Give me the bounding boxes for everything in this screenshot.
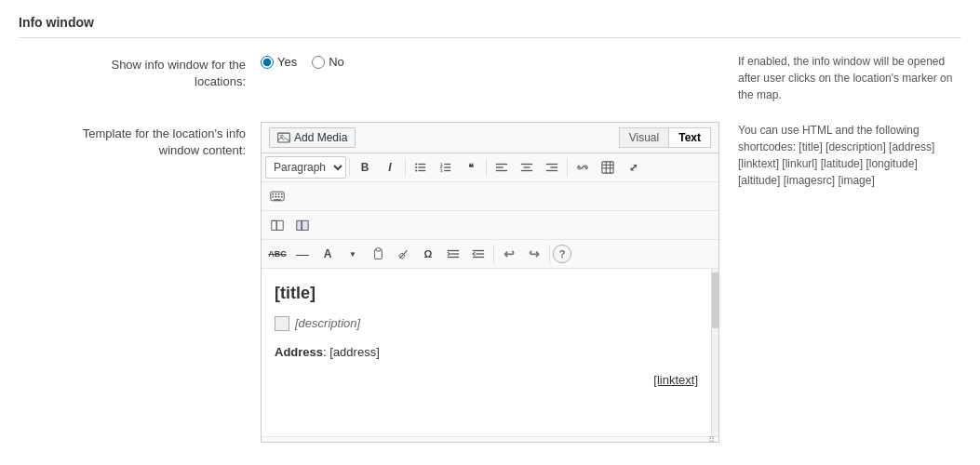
paragraph-select[interactable]: Paragraph <box>265 156 346 179</box>
special-char-button[interactable]: Ω <box>416 243 440 265</box>
paste-button[interactable] <box>366 243 390 265</box>
strikethrough-button[interactable]: ABC <box>265 243 289 265</box>
editor-scrollbar-thumb <box>712 272 718 328</box>
outdent-icon <box>472 247 485 260</box>
radio-yes-label[interactable]: Yes <box>261 55 297 69</box>
indent-button[interactable] <box>441 243 465 265</box>
redo-button[interactable]: ↪ <box>522 243 546 265</box>
link-button[interactable] <box>571 156 595 179</box>
svg-text:3.: 3. <box>440 168 444 173</box>
align-center-button[interactable] <box>515 156 539 179</box>
align-left-icon <box>495 161 508 174</box>
content-description: [description] <box>275 314 698 334</box>
indent-icon <box>447 247 460 260</box>
svg-rect-31 <box>278 193 280 195</box>
svg-rect-33 <box>272 196 274 198</box>
show-info-row: Show info window for thelocations: Yes N… <box>19 53 961 103</box>
table-icon <box>601 161 614 174</box>
ul-icon <box>414 161 427 174</box>
toolbar-sep-5 <box>493 245 494 263</box>
clear-format-icon <box>397 248 409 260</box>
show-info-control: Yes No <box>261 53 719 69</box>
editor-outer: [title] [description] Address: [address]… <box>262 269 718 436</box>
fullscreen-button[interactable]: ⤢ <box>621 156 645 179</box>
show-info-label: Show info window for thelocations: <box>19 53 261 90</box>
toolbar-row-3 <box>262 211 718 240</box>
radio-yes-text: Yes <box>277 55 297 69</box>
svg-rect-41 <box>376 248 381 251</box>
svg-point-7 <box>415 169 417 171</box>
section-title: Info window <box>19 15 961 38</box>
book2-icon <box>295 219 310 232</box>
toolbar-sep-2 <box>405 158 406 177</box>
svg-rect-23 <box>602 162 613 173</box>
outdent-button[interactable] <box>466 243 490 265</box>
template-row: Template for the location's infowindow c… <box>19 122 961 443</box>
svg-rect-34 <box>275 196 277 198</box>
show-info-help: If enabled, the info window will be open… <box>738 53 961 103</box>
paste-icon <box>372 247 384 260</box>
book1-button[interactable] <box>265 214 289 236</box>
address-value: [address] <box>329 345 379 359</box>
keyboard-button[interactable] <box>265 185 289 207</box>
table-button[interactable] <box>596 156 620 179</box>
svg-rect-29 <box>272 193 274 195</box>
editor-tabs: Visual Text <box>619 127 711 148</box>
align-center-icon <box>520 161 533 174</box>
toolbar-row-1: Paragraph B I 1.2.3. ❝ <box>262 153 718 182</box>
editor-content-area[interactable]: [title] [description] Address: [address]… <box>262 269 711 436</box>
ordered-list-button[interactable]: 1.2.3. <box>434 156 458 179</box>
tab-text[interactable]: Text <box>669 127 711 148</box>
media-icon <box>277 131 290 144</box>
color-picker-button[interactable]: ▼ <box>341 243 365 265</box>
toolbar-row-4: ABC — A ▼ Ω ↩ <box>262 240 718 269</box>
add-media-label: Add Media <box>294 131 347 144</box>
description-text: [description] <box>295 314 360 334</box>
radio-no[interactable] <box>312 56 325 69</box>
link-icon <box>576 161 589 174</box>
template-control: Add Media Visual Text Paragraph B I <box>261 122 719 443</box>
template-help: You can use HTML and the following short… <box>738 122 961 189</box>
bold-button[interactable]: B <box>353 156 377 179</box>
keyboard-icon <box>270 191 285 202</box>
svg-rect-35 <box>278 196 280 198</box>
resize-handle[interactable]: ⠿ <box>262 436 718 442</box>
toolbar-sep-1 <box>349 158 350 177</box>
tab-visual[interactable]: Visual <box>619 127 669 148</box>
svg-point-6 <box>415 166 417 168</box>
unordered-list-button[interactable] <box>409 156 433 179</box>
editor-scrollbar[interactable] <box>711 269 718 436</box>
description-img-placeholder <box>275 316 289 331</box>
align-right-button[interactable] <box>540 156 564 179</box>
clear-format-button[interactable] <box>391 243 415 265</box>
svg-rect-30 <box>275 193 277 195</box>
book2-button[interactable] <box>290 214 315 236</box>
svg-point-5 <box>415 163 417 165</box>
book1-icon <box>270 219 285 232</box>
add-media-button[interactable]: Add Media <box>269 127 356 148</box>
toolbar-sep-4 <box>567 158 568 177</box>
help-button[interactable]: ? <box>553 245 571 263</box>
content-address: Address: [address] <box>275 343 698 363</box>
radio-no-text: No <box>329 55 344 69</box>
svg-rect-37 <box>274 199 281 200</box>
address-label: Address <box>275 345 323 359</box>
hr-button[interactable]: — <box>290 243 315 265</box>
svg-rect-36 <box>281 196 283 198</box>
toolbar-sep-6 <box>549 245 550 263</box>
content-linktext: [linktext] <box>275 371 698 391</box>
italic-button[interactable]: I <box>378 156 402 179</box>
radio-no-label[interactable]: No <box>312 55 344 69</box>
undo-button[interactable]: ↩ <box>497 243 521 265</box>
toolbar-sep-3 <box>486 158 487 177</box>
align-left-button[interactable] <box>490 156 514 179</box>
svg-rect-32 <box>281 193 283 195</box>
show-info-radio-group: Yes No <box>261 53 719 69</box>
editor-wrap: Paragraph B I 1.2.3. ❝ <box>261 153 719 443</box>
font-color-button[interactable]: A <box>315 243 340 265</box>
template-label: Template for the location's infowindow c… <box>19 122 261 159</box>
content-title: [title] <box>275 280 698 307</box>
radio-yes[interactable] <box>261 56 274 69</box>
blockquote-button[interactable]: ❝ <box>459 156 483 179</box>
svg-rect-0 <box>278 133 290 142</box>
